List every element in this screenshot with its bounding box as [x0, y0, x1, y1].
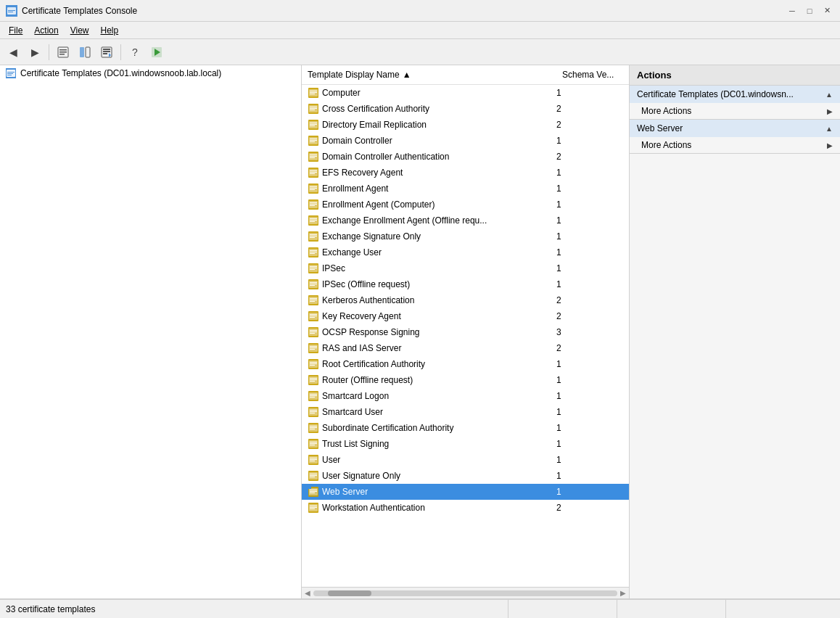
svg-rect-9 [86, 47, 90, 57]
list-row[interactable]: Smartcard User1 [302, 404, 629, 420]
cert-template-icon [308, 215, 319, 226]
svg-rect-101 [310, 333, 315, 334]
hscroll-right-arrow[interactable]: ▶ [620, 589, 626, 597]
list-row[interactable]: Trust List Signing1 [302, 436, 629, 452]
tree-item-cert-templates[interactable]: Certificate Templates (DC01.windowsnoob.… [0, 65, 301, 81]
svg-rect-129 [310, 426, 317, 427]
svg-rect-34 [310, 123, 317, 123]
action-section-cert-templates-title[interactable]: Certificate Templates (DC01.windowsn... … [630, 86, 840, 103]
svg-rect-106 [310, 349, 315, 350]
list-row[interactable]: Exchange Enrollment Agent (Offline requ.… [302, 213, 629, 228]
row-schema: 1 [556, 471, 629, 481]
row-schema: 1 [556, 391, 629, 401]
list-row[interactable]: Computer1 [302, 85, 629, 101]
forward-button[interactable]: ▶ [25, 42, 45, 62]
collapse-icon-2: ▲ [825, 125, 833, 133]
row-name: Smartcard User [322, 407, 556, 417]
list-row[interactable]: Domain Controller Authentication2 [302, 149, 629, 165]
list-row[interactable]: Directory Email Replication2 [302, 117, 629, 133]
menu-view[interactable]: View [65, 24, 95, 37]
list-row[interactable]: Exchange Signature Only1 [302, 228, 629, 244]
list-row[interactable]: Domain Controller1 [302, 133, 629, 149]
list-row[interactable]: Cross Certification Authority2 [302, 101, 629, 117]
row-name: IPSec [322, 263, 556, 273]
action-section-web-server-title[interactable]: Web Server ▲ [630, 120, 840, 137]
list-row[interactable]: Workstation Authentication2 [302, 500, 629, 516]
svg-rect-60 [310, 204, 317, 205]
hscroll-left-arrow[interactable]: ◀ [305, 589, 310, 597]
list-row[interactable]: RAS and IAS Server2 [302, 340, 629, 356]
svg-rect-24 [310, 91, 317, 91]
svg-rect-74 [310, 250, 317, 251]
list-row[interactable]: Smartcard Logon1 [302, 388, 629, 404]
row-schema: 1 [556, 231, 629, 242]
svg-rect-50 [310, 172, 317, 173]
svg-rect-139 [310, 458, 317, 458]
list-row[interactable]: Subordinate Certification Authority1 [302, 420, 629, 436]
row-name: IPSec (Offline request) [322, 279, 556, 289]
svg-rect-64 [310, 218, 317, 219]
list-row[interactable]: Enrollment Agent (Computer)1 [302, 197, 629, 213]
action-more-actions-1[interactable]: More Actions ▶ [630, 103, 840, 119]
list-row[interactable]: IPSec1 [302, 260, 629, 276]
help-button[interactable]: ? [125, 42, 145, 62]
list-row[interactable]: Exchange User1 [302, 244, 629, 260]
maximize-button[interactable]: □ [802, 4, 817, 18]
list-row[interactable]: Kerberos Authentication2 [302, 292, 629, 308]
list-row[interactable]: Key Recovery Agent2 [302, 308, 629, 324]
list-row[interactable]: Root Certification Authority1 [302, 356, 629, 372]
hscroll-track[interactable] [313, 590, 617, 596]
row-name: Router (Offline request) [322, 375, 556, 385]
list-row[interactable]: Web Server1 [302, 484, 629, 500]
menu-file[interactable]: File [3, 24, 28, 37]
horizontal-scrollbar[interactable]: ◀ ▶ [302, 587, 629, 598]
list-row[interactable]: IPSec (Offline request)1 [302, 276, 629, 292]
row-schema: 1 [556, 439, 629, 449]
column-schema-header[interactable]: Schema Ve... [556, 68, 629, 81]
row-name: Enrollment Agent (Computer) [322, 199, 556, 210]
row-schema: 2 [556, 120, 629, 130]
svg-rect-150 [310, 491, 317, 492]
svg-rect-85 [310, 284, 317, 284]
svg-rect-91 [310, 301, 315, 302]
list-row[interactable]: OCSP Response Signing3 [302, 324, 629, 340]
svg-rect-3 [8, 12, 13, 12]
hscroll-thumb[interactable] [328, 590, 371, 596]
column-name-header[interactable]: Template Display Name ▲ [302, 68, 556, 81]
arrow-icon-1: ▶ [827, 107, 833, 115]
svg-rect-30 [310, 108, 317, 109]
list-body[interactable]: Computer1 Cross Certification Authority2… [302, 85, 629, 587]
row-name: Root Certification Authority [322, 359, 556, 369]
row-name: Subordinate Certification Authority [322, 423, 556, 433]
row-name: Workstation Authentication [322, 503, 556, 513]
svg-rect-54 [310, 186, 317, 187]
svg-rect-70 [310, 236, 317, 236]
list-row[interactable]: User Signature Only1 [302, 468, 629, 484]
actions-header: Actions [630, 65, 840, 86]
svg-rect-119 [310, 394, 317, 395]
run-button[interactable] [147, 42, 167, 62]
menu-help[interactable]: Help [95, 24, 125, 37]
action-more-actions-2[interactable]: More Actions ▶ [630, 137, 840, 153]
svg-rect-157 [310, 508, 315, 509]
list-row[interactable]: Enrollment Agent1 [302, 181, 629, 197]
svg-rect-45 [310, 156, 317, 157]
close-button[interactable]: ✕ [820, 4, 834, 18]
export-button[interactable] [96, 42, 117, 62]
row-name: Exchange User [322, 247, 556, 258]
svg-rect-146 [310, 477, 315, 477]
list-row[interactable]: Router (Offline request)1 [302, 372, 629, 388]
list-row[interactable]: EFS Recovery Agent1 [302, 165, 629, 181]
svg-rect-99 [310, 330, 317, 331]
svg-rect-86 [310, 285, 315, 286]
show-hide-button[interactable] [75, 42, 95, 62]
row-schema: 1 [556, 375, 629, 385]
up-button[interactable] [53, 42, 73, 62]
back-button[interactable]: ◀ [3, 42, 23, 62]
svg-rect-65 [310, 220, 317, 221]
menu-action[interactable]: Action [28, 24, 64, 37]
list-row[interactable]: User1 [302, 452, 629, 468]
svg-rect-131 [310, 429, 315, 429]
minimize-button[interactable]: ─ [785, 4, 799, 18]
row-name: Cross Certification Authority [322, 104, 556, 114]
